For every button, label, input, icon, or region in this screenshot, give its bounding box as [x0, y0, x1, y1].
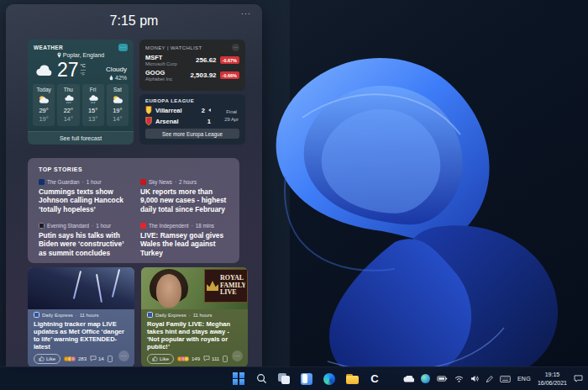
comments-button[interactable]: 14	[90, 356, 104, 361]
search-icon	[256, 373, 267, 384]
widgets-icon	[301, 373, 312, 385]
c-app-button[interactable]: C	[368, 372, 381, 386]
folder-icon	[346, 374, 359, 384]
search-button[interactable]	[255, 372, 268, 386]
panel-more-icon[interactable]: ···	[241, 9, 251, 18]
like-button[interactable]: Like	[34, 354, 60, 364]
card-more-icon[interactable]: ···	[118, 350, 129, 361]
story-item[interactable]: The Independent · 18 mins LIVE: Ramsey g…	[140, 223, 228, 257]
edge-icon	[323, 373, 335, 385]
match-status: Final 29 Apr	[224, 108, 239, 124]
celsius-toggle[interactable]: °C	[81, 63, 86, 71]
partly-sunny-icon	[107, 94, 129, 105]
villarreal-crest-icon	[145, 106, 152, 114]
precipitation-value: 42%	[115, 75, 127, 81]
notifications-icon[interactable]	[574, 375, 583, 382]
weather-more-icon[interactable]: ···	[118, 44, 128, 51]
money-title: MONEY | WATCHLIST	[145, 45, 202, 50]
language-indicator[interactable]: ENG	[517, 376, 531, 382]
reaction-emoji-icon	[71, 356, 76, 361]
comment-icon	[90, 356, 97, 361]
task-view-icon	[278, 373, 290, 384]
droplet-icon	[109, 75, 113, 81]
comments-button[interactable]: 111	[203, 356, 219, 361]
story-item[interactable]: Evening Standard · 1 hour Putin says his…	[39, 223, 127, 257]
edge-browser-button[interactable]	[323, 372, 336, 386]
taskbar-clock[interactable]: 19:15 16/06/2021	[538, 371, 567, 387]
task-view-button[interactable]	[277, 372, 291, 386]
change-badge: -0.67%	[220, 56, 239, 64]
top-stories-card: TOP STORIES The Guardian · 1 hour Cummin…	[28, 158, 239, 263]
panel-clock: 7:15 pm	[6, 4, 262, 29]
arsenal-crest-icon	[145, 117, 152, 125]
start-button[interactable]	[232, 372, 245, 386]
sports-title: EUROPA LEAGUE	[145, 98, 239, 103]
stock-row[interactable]: GOOG Alphabet Inc 2,503.92 -0.66%	[145, 70, 239, 82]
reaction-emoji-icon	[184, 356, 189, 361]
forecast-day[interactable]: Sat 19° 14°	[107, 84, 129, 126]
fahrenheit-toggle[interactable]: °F	[81, 71, 86, 77]
rain-icon	[57, 94, 79, 105]
europa-league-widget[interactable]: EUROPA LEAGUE Villarreal 2 Arsenal	[139, 94, 245, 145]
reactions-count[interactable]: 149	[177, 356, 200, 361]
see-more-europa-league-link[interactable]: See more Europa League	[145, 129, 239, 139]
wifi-icon[interactable]	[454, 376, 464, 382]
card-more-icon[interactable]: ···	[232, 350, 243, 361]
widgets-panel: 7:15 pm ··· WEATHER ··· Poplar, England	[6, 4, 262, 367]
stock-row[interactable]: MSFT Microsoft Corp 256.62 -0.67%	[145, 55, 239, 67]
touch-keyboard-icon[interactable]	[500, 376, 511, 382]
change-badge: -0.66%	[220, 71, 239, 79]
forecast-day[interactable]: Today 29° 19°	[33, 84, 55, 126]
reactions-count[interactable]: 283	[64, 356, 87, 361]
story-item[interactable]: The Guardian · 1 hour Cummings texts sho…	[39, 179, 127, 213]
thumbs-up-icon	[152, 356, 158, 361]
save-button[interactable]	[108, 356, 113, 362]
save-button[interactable]	[223, 356, 228, 362]
partly-sunny-icon	[33, 94, 55, 105]
news-card-lightning[interactable]: Daily Express · 11 hours Lightning track…	[28, 267, 134, 367]
rain-icon	[82, 94, 104, 105]
forecast-day[interactable]: Fri 15° 13°	[82, 84, 104, 126]
onedrive-cloud-icon[interactable]	[403, 376, 414, 382]
story-item[interactable]: Sky News · 2 hours UK reports more than …	[140, 179, 228, 213]
location-pin-icon	[57, 52, 61, 58]
pen-icon[interactable]	[486, 375, 493, 382]
forecast-row: Today 29° 19° Thu 22° 14°	[28, 82, 134, 126]
royal-family-live-badge: ROYAL FAMILY LIVE	[204, 269, 248, 303]
taskbar: C ENG 19:15 16/	[0, 366, 588, 390]
battery-icon[interactable]	[437, 376, 448, 382]
weather-condition: Cloudy	[106, 66, 127, 73]
save-icon	[108, 356, 113, 362]
forecast-day[interactable]: Thu 22° 14°	[57, 84, 79, 126]
weather-title: WEATHER	[34, 45, 63, 50]
money-watchlist-widget[interactable]: MONEY | WATCHLIST ··· MSFT Microsoft Cor…	[139, 40, 245, 91]
cloud-icon	[34, 64, 54, 76]
winner-indicator-icon	[208, 108, 211, 112]
daily-express-logo-icon	[147, 312, 153, 318]
sky-news-favicon-icon	[140, 179, 146, 185]
desktop: 7:15 pm ··· WEATHER ··· Poplar, England	[0, 0, 588, 390]
money-more-icon[interactable]: ···	[232, 44, 239, 51]
tray-app-icon[interactable]	[421, 374, 430, 383]
volume-icon[interactable]	[470, 375, 479, 382]
save-icon	[223, 356, 228, 362]
see-full-forecast-link[interactable]: See full forecast	[28, 131, 134, 145]
windows-logo-icon	[233, 372, 245, 385]
independent-favicon-icon	[140, 223, 146, 229]
current-temperature: 27	[57, 61, 79, 80]
widgets-button[interactable]	[300, 372, 313, 386]
widgets-row: WEATHER ··· Poplar, England 27 °C	[28, 40, 245, 145]
crown-icon	[207, 281, 218, 291]
daily-express-logo-icon	[34, 312, 39, 318]
meghan-photo: ROYAL FAMILY LIVE	[141, 267, 248, 309]
top-stories-title: TOP STORIES	[39, 166, 228, 172]
comment-icon	[203, 356, 210, 361]
weather-widget[interactable]: WEATHER ··· Poplar, England 27 °C	[28, 40, 134, 145]
guardian-favicon-icon	[39, 179, 45, 185]
weather-location: Poplar, England	[28, 52, 134, 58]
evening-standard-favicon-icon	[39, 223, 45, 229]
thumbs-up-icon	[39, 356, 45, 361]
like-button[interactable]: Like	[147, 354, 174, 364]
news-card-royal-family[interactable]: ROYAL FAMILY LIVE Daily Express · 11 hou…	[141, 267, 248, 367]
file-explorer-button[interactable]	[345, 372, 359, 386]
